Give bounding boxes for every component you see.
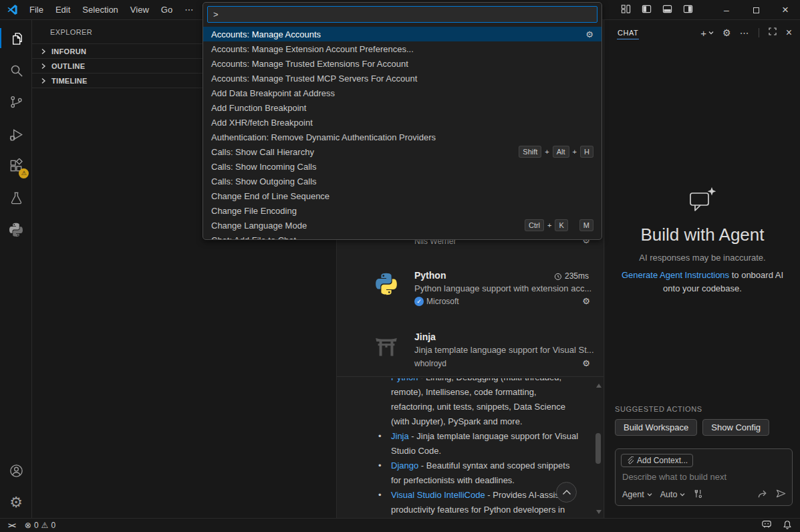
command-item[interactable]: Change Language Mode Ctrl+ K M	[203, 218, 602, 233]
chat-panel: CHAT + ⚙ ⋯ × Build with Agent AI respons…	[605, 20, 800, 518]
chat-settings-gear-icon[interactable]: ⚙	[722, 27, 731, 38]
command-item[interactable]: Accounts: Manage Trusted MCP Servers For…	[203, 71, 602, 86]
activity-bar: ⚠ ⚙	[0, 20, 32, 518]
command-item[interactable]: Calls: Show Incoming Calls	[203, 159, 602, 174]
menu-overflow-ellipsis[interactable]: ⋯	[178, 3, 199, 17]
scrollbar-thumb[interactable]	[595, 433, 601, 464]
chevron-right-icon	[40, 78, 47, 84]
testing-icon[interactable]	[0, 182, 32, 214]
suggested-actions: Build Workspace Show Config	[615, 419, 769, 436]
settings-gear-icon[interactable]: ⚙	[0, 487, 32, 519]
customize-layout-icon[interactable]	[621, 4, 631, 17]
divider	[759, 28, 759, 37]
chevron-right-icon	[40, 48, 47, 55]
extension-publisher: ✓ Microsoft	[414, 297, 459, 306]
readme-line: •Django - Beautiful syntax and scoped sn…	[337, 458, 594, 473]
activation-time: 235ms	[553, 271, 589, 281]
build-workspace-button[interactable]: Build Workspace	[615, 419, 697, 436]
toggle-panel-icon[interactable]	[662, 4, 672, 17]
more-actions-icon[interactable]: ⋯	[740, 27, 750, 38]
forward-arrow-icon[interactable]	[757, 489, 769, 501]
command-item[interactable]: Add Data Breakpoint at Address	[203, 86, 602, 100]
extension-description: Jinja template language support for Visu…	[414, 345, 594, 355]
section-label: INFORUN	[51, 47, 86, 55]
command-item[interactable]: Chat: Add File to Chat	[203, 233, 602, 240]
extensions-icon[interactable]: ⚠	[0, 150, 32, 182]
menu-view[interactable]: View	[124, 3, 155, 17]
scroll-down-arrow-icon[interactable]	[596, 510, 602, 514]
readme-line: •Jinja - Jinja template language support…	[337, 429, 594, 444]
remote-indicator-icon[interactable]: ><	[8, 521, 15, 529]
readme-link[interactable]: Python	[391, 378, 418, 382]
problems-status[interactable]: ⊗ 0 ⚠ 0	[25, 521, 55, 530]
send-icon[interactable]	[775, 489, 787, 501]
chat-disclaimer: AI responses may be inaccurate.	[639, 253, 765, 263]
scroll-up-arrow-icon[interactable]	[596, 384, 602, 388]
window-controls: – ×	[621, 0, 800, 20]
command-item[interactable]: Add XHR/fetch Breakpoint	[203, 115, 602, 130]
extension-card-python[interactable]: Python 235ms Python language support wit…	[337, 267, 604, 310]
search-icon[interactable]	[0, 54, 32, 86]
notifications-bell-icon[interactable]	[783, 520, 792, 531]
section-label: TIMELINE	[51, 77, 88, 85]
new-chat-button[interactable]: +	[700, 28, 714, 38]
command-item[interactable]: Calls: Show Outgoing Calls	[203, 174, 602, 188]
source-control-icon[interactable]	[0, 86, 32, 118]
expand-chat-icon[interactable]	[768, 27, 777, 39]
chat-onboarding-text: Generate Agent Instructions to onboard A…	[619, 269, 786, 295]
chat-welcome: Build with Agent AI responses may be ina…	[605, 186, 800, 295]
tab-chat[interactable]: CHAT	[617, 25, 639, 41]
keybinding: Shift+ Alt+ H	[519, 146, 593, 158]
readme-line: refactoring, unit tests, snippets, Data …	[337, 400, 594, 414]
agent-mode-dropdown[interactable]: Agent	[622, 490, 652, 499]
close-chat-icon[interactable]: ×	[786, 27, 792, 39]
menu-selection[interactable]: Selection	[76, 3, 124, 17]
copilot-status-icon[interactable]	[761, 520, 772, 531]
command-item[interactable]: Accounts: Manage Trusted Extensions For …	[203, 56, 602, 71]
add-context-button[interactable]: Add Context...	[621, 454, 693, 467]
command-list: Accounts: Manage Accounts ⚙ Accounts: Ma…	[203, 27, 602, 240]
menu-edit[interactable]: Edit	[49, 3, 76, 17]
readme-link[interactable]: Django	[391, 460, 418, 471]
scroll-to-top-button[interactable]	[556, 482, 577, 503]
paperclip-icon	[626, 456, 634, 464]
maximize-button[interactable]	[741, 0, 771, 20]
suggested-actions-label: SUGGESTED ACTIONS	[615, 405, 702, 413]
vscode-logo-icon	[7, 4, 18, 15]
command-item[interactable]: Calls: Show Call Hierarchy Shift+ Alt+ H	[203, 144, 602, 159]
gear-icon[interactable]: ⚙	[585, 30, 593, 39]
gear-icon[interactable]: ⚙	[582, 297, 590, 305]
configure-tools-icon[interactable]	[693, 489, 703, 501]
command-item-selected[interactable]: Accounts: Manage Accounts ⚙	[203, 27, 602, 41]
chat-input[interactable]	[622, 472, 783, 482]
readme-link[interactable]: Jinja	[391, 431, 409, 441]
command-item[interactable]: Accounts: Manage Extension Account Prefe…	[203, 41, 602, 56]
show-config-button[interactable]: Show Config	[702, 419, 769, 436]
command-palette-input[interactable]	[207, 6, 597, 23]
command-item[interactable]: Change End of Line Sequence	[203, 188, 602, 203]
toggle-secondary-sidebar-icon[interactable]	[683, 4, 693, 17]
run-debug-icon[interactable]	[0, 118, 32, 150]
toggle-primary-sidebar-icon[interactable]	[642, 4, 652, 17]
menu-go[interactable]: Go	[155, 3, 178, 17]
section-label: OUTLINE	[51, 62, 85, 70]
command-item[interactable]: Change File Encoding	[203, 203, 602, 218]
extension-card-jinja[interactable]: Jinja Jinja template language support fo…	[337, 329, 604, 373]
command-item[interactable]: Add Function Breakpoint	[203, 100, 602, 115]
close-window-button[interactable]: ×	[771, 0, 800, 20]
chat-header: CHAT + ⚙ ⋯ ×	[605, 20, 800, 45]
explorer-icon[interactable]	[0, 22, 32, 54]
gear-icon[interactable]: ⚙	[582, 359, 590, 368]
generate-agent-instructions-link[interactable]: Generate Agent Instructions	[622, 270, 729, 280]
command-item[interactable]: Authentication: Remove Dynamic Authentic…	[203, 130, 602, 144]
minimize-button[interactable]: –	[712, 0, 741, 20]
extension-publisher: wholroyd	[414, 359, 446, 368]
python-view-icon[interactable]	[0, 214, 32, 246]
jinja-torii-icon	[374, 334, 399, 362]
account-icon[interactable]	[0, 454, 32, 487]
model-dropdown[interactable]: Auto	[660, 490, 686, 499]
readme-link[interactable]: Visual Studio IntelliCode	[391, 490, 485, 500]
menu-file[interactable]: File	[23, 3, 49, 17]
verified-publisher-icon: ✓	[414, 297, 424, 306]
extensions-warning-badge: ⚠	[19, 168, 29, 178]
